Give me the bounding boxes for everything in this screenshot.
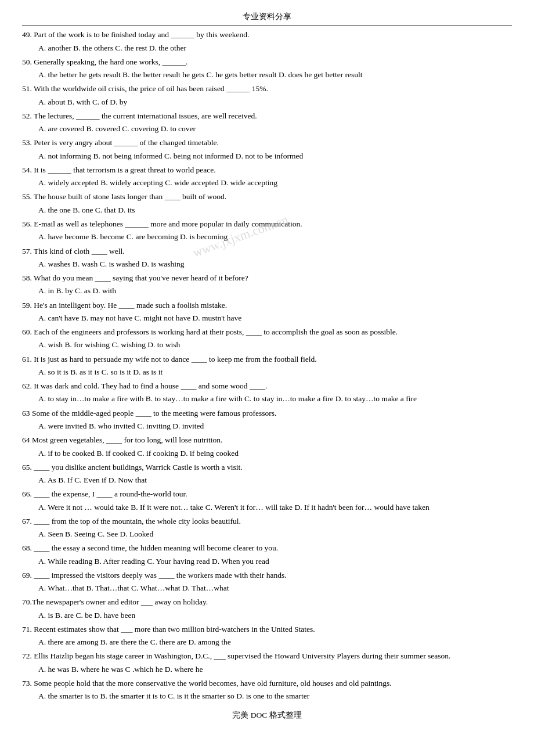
question-options: A. to stay in…to make a fire with B. to … [22,393,512,405]
question-item: 53. Peter is very angry about ______ of … [22,136,512,163]
question-text: 59. He's an intelligent boy. He ____ mad… [22,299,512,312]
question-options: A. As B. If C. Even if D. Now that [22,474,512,487]
question-item: 59. He's an intelligent boy. He ____ mad… [22,299,512,325]
question-options: A. washes B. wash C. is washed D. is was… [22,258,512,271]
question-text: 63 Some of the middle-aged people ____ t… [22,407,512,420]
question-text: 69. ____ impressed the visitors deeply w… [22,569,512,582]
question-text: 66. ____ the expense, I ____ a round-the… [22,488,512,501]
question-options: A. were invited B. who invited C. inviti… [22,420,512,433]
question-options: A. Seen B. Seeing C. See D. Looked [22,528,512,541]
question-text: 71. Recent estimates show that ___ more … [22,623,512,636]
question-options: A. about B. with C. of D. by [22,96,512,109]
page-footer: 完美 DOC 格式整理 [22,709,512,722]
question-options: A. so it is B. as it is C. so is it D. a… [22,366,512,379]
question-item: 64 Most green vegetables, ____ for too l… [22,434,512,460]
header-title: 专业资料分享 [243,12,291,21]
question-options: A. in B. by C. as D. with [22,285,512,297]
question-item: 72. Ellis Haizlip began his stage career… [22,650,512,676]
question-item: 68. ____ the essay a second time, the hi… [22,542,512,568]
question-text: 56. E-mail as well as telephones ______ … [22,218,512,231]
question-item: 71. Recent estimates show that ___ more … [22,623,512,649]
question-item: 54. It is ______ that terrorism is a gre… [22,164,512,190]
question-item: 56. E-mail as well as telephones ______ … [22,218,512,244]
question-text: 65. ____ you dislike ancient buildings, … [22,461,512,474]
question-options: A. can't have B. may not have C. might n… [22,312,512,325]
question-text: 54. It is ______ that terrorism is a gre… [22,164,512,177]
question-options: A. if to be cooked B. if cooked C. if co… [22,447,512,460]
question-item: 70.The newspaper's owner and editor ___ … [22,596,512,622]
question-text: 55. The house built of stone lasts longe… [22,190,512,203]
question-options: A. another B. the others C. the rest D. … [22,42,512,55]
question-item: 63 Some of the middle-aged people ____ t… [22,407,512,433]
question-item: 57. This kind of cloth ____ well.A. wash… [22,245,512,271]
question-options: A. is B. are C. be D. have been [22,609,512,622]
question-options: A. widely accepted B. widely accepting C… [22,177,512,189]
question-item: 65. ____ you dislike ancient buildings, … [22,461,512,487]
questions-container: 49. Part of the work is to be finished t… [22,28,512,703]
question-item: 73. Some people hold that the more conse… [22,677,512,703]
question-item: 60. Each of the engineers and professors… [22,326,512,352]
question-options: A. wish B. for wishing C. wishing D. to … [22,339,512,351]
question-text: 72. Ellis Haizlip began his stage career… [22,650,512,663]
question-text: 53. Peter is very angry about ______ of … [22,136,512,149]
question-item: 51. With the worldwide oil crisis, the p… [22,82,512,109]
question-text: 60. Each of the engineers and professors… [22,326,512,339]
question-text: 52. The lectures, ______ the current int… [22,110,512,123]
question-item: 55. The house built of stone lasts longe… [22,190,512,217]
question-options: A. While reading B. After reading C. You… [22,555,512,568]
question-options: A. have become B. become C. are becoming… [22,231,512,243]
question-options: A. he was B. where he was C .which he D.… [22,663,512,676]
question-item: 52. The lectures, ______ the current int… [22,110,512,136]
question-text: 68. ____ the essay a second time, the hi… [22,542,512,555]
question-text: 61. It is just as hard to persuade my wi… [22,353,512,366]
footer-label: 完美 DOC 格式整理 [232,711,301,719]
question-text: 70.The newspaper's owner and editor ___ … [22,596,512,609]
question-text: 67. ____ from the top of the mountain, t… [22,515,512,528]
question-item: 50. Generally speaking, the hard one wor… [22,56,512,82]
question-item: 69. ____ impressed the visitors deeply w… [22,569,512,595]
question-text: 57. This kind of cloth ____ well. [22,245,512,258]
question-item: 67. ____ from the top of the mountain, t… [22,515,512,541]
question-text: 64 Most green vegetables, ____ for too l… [22,434,512,447]
question-options: A. Were it not … would take B. If it wer… [22,501,512,514]
question-options: A. are covered B. covered C. covering D.… [22,123,512,135]
question-options: A. the better he gets result B. the bett… [22,69,512,81]
question-text: 49. Part of the work is to be finished t… [22,28,512,41]
question-text: 62. It was dark and cold. They had to fi… [22,380,512,393]
question-text: 51. With the worldwide oil crisis, the p… [22,82,512,95]
question-options: A. What…that B. That…that C. What…what D… [22,582,512,595]
question-options: A. the smarter is to B. the smarter it i… [22,690,512,703]
question-options: A. there are among B. are there the C. t… [22,636,512,649]
question-options: A. not informing B. not being informed C… [22,150,512,163]
question-item: 49. Part of the work is to be finished t… [22,28,512,55]
question-item: 58. What do you mean ____ saying that yo… [22,272,512,298]
question-item: 62. It was dark and cold. They had to fi… [22,380,512,406]
question-text: 50. Generally speaking, the hard one wor… [22,56,512,69]
page-header: 专业资料分享 [22,10,512,26]
question-text: 58. What do you mean ____ saying that yo… [22,272,512,285]
question-text: 73. Some people hold that the more conse… [22,677,512,690]
question-options: A. the one B. one C. that D. its [22,204,512,217]
question-item: 66. ____ the expense, I ____ a round-the… [22,488,512,514]
content-area: www.jxjxm.com.cn 49. Part of the work is… [22,28,512,703]
question-item: 61. It is just as hard to persuade my wi… [22,353,512,379]
